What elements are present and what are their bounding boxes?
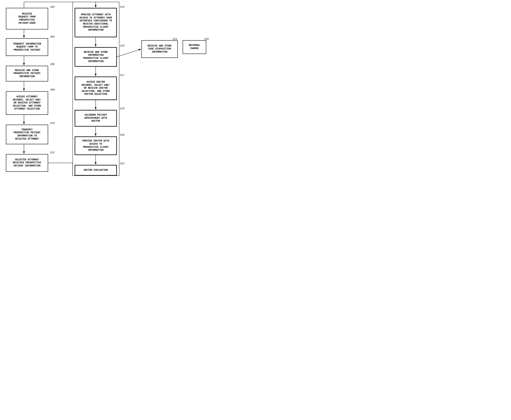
ref-202: 202 xyxy=(50,6,55,8)
ref-214: 214 xyxy=(120,6,124,8)
box-220: PROVIDE DOCTOR WITHACCESS TOPROSPECTIVE … xyxy=(75,136,117,155)
ref-217: 217 xyxy=(120,74,124,77)
ref-208: 208 xyxy=(50,88,55,91)
ref-210: 210 xyxy=(50,122,55,125)
box-226: REFERRALCHARGE xyxy=(183,40,206,54)
box-204: TRANSMIT INFORMATIONREQUEST FORM TOPROSP… xyxy=(6,38,48,56)
ref-216: 216 xyxy=(120,44,124,47)
diagram-container: 202 204 206 208 210 212 214 216 217 218 … xyxy=(0,0,236,206)
box-214: PROVIDE ATTORNEY WITHACCESS TO ATTORNEY … xyxy=(75,8,117,37)
ref-222: 222 xyxy=(120,162,124,165)
box-202: RECEIVEREQUEST FROMPROSPECTIVEPATIENT/US… xyxy=(6,8,48,30)
svg-line-16 xyxy=(117,49,141,57)
box-208: ACCESS ATTORNEYRECORDS, SELECT AND/OR RE… xyxy=(6,91,48,115)
ref-204: 204 xyxy=(50,35,55,38)
box-210: TRANSMITPROSPECTIVE PATIENTINFORMATION T… xyxy=(6,125,48,144)
box-224: RECEIVE AND STORECASE DISPOSITIONINFORMA… xyxy=(141,40,178,58)
ref-218: 218 xyxy=(120,107,124,110)
box-216: RECEIVE AND STOREINFORMATIONPROSPECTIVE … xyxy=(75,47,117,67)
box-206: RECEIVE AND STOREPROSPECTIVE PATIENTINFO… xyxy=(6,66,48,82)
box-212: SELECTED ATTORNEYRECEIVES PROSPECTIVEPAT… xyxy=(6,154,48,172)
box-222: DOCTOR EVALUATION xyxy=(75,165,117,176)
ref-220: 220 xyxy=(120,134,124,136)
ref-206: 206 xyxy=(50,63,55,66)
box-218: CALENDAR PATIENTAPPOINTMENT WITHDOCTOR xyxy=(75,110,117,127)
box-217: ACCESS DOCTORRECORDS, SELECT AND/OR RECE… xyxy=(75,76,117,100)
ref-212: 212 xyxy=(50,151,55,154)
